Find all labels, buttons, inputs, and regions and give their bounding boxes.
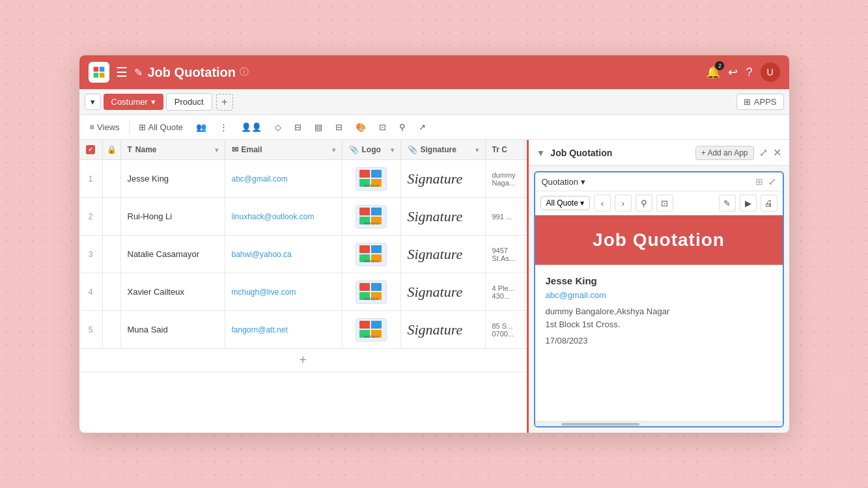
people-btn[interactable]: 👤👤 xyxy=(237,120,266,134)
next-button[interactable]: › xyxy=(615,195,632,211)
email-link-1[interactable]: abc@gmail.com xyxy=(232,174,288,183)
th-logo-chevron: ▾ xyxy=(391,146,394,154)
th-email-label: Email xyxy=(242,145,262,154)
all-quote-select[interactable]: All Quote ▾ xyxy=(540,196,590,210)
th-email[interactable]: ✉ Email ▾ xyxy=(225,140,343,159)
search-quotation-button[interactable]: ⚲ xyxy=(636,195,652,211)
quotation-dropdown-button[interactable]: Quotation ▾ xyxy=(542,177,585,187)
quotation-align-icon: ⊞ xyxy=(755,176,763,187)
td-name-5[interactable]: Muna Said xyxy=(121,311,225,348)
svg-rect-24 xyxy=(359,321,370,329)
lock-icon: 🔒 xyxy=(107,145,117,154)
td-extra-5: 85 S... 0700... xyxy=(486,311,525,348)
signature-img-5: Signature xyxy=(408,321,463,338)
info-icon[interactable]: ⓘ xyxy=(240,66,249,78)
email-link-2[interactable]: linuxhack@outlook.com xyxy=(232,212,315,221)
th-logo[interactable]: 📎 Logo ▾ xyxy=(343,140,401,159)
svg-rect-9 xyxy=(359,208,370,215)
avatar[interactable]: U xyxy=(761,62,780,82)
quotation-customer-email[interactable]: abc@gmail.com xyxy=(546,290,772,300)
add-app-button[interactable]: + Add an App xyxy=(695,146,754,160)
panel-close-icon[interactable]: ✕ xyxy=(773,146,781,159)
menu-btn[interactable]: ▤ xyxy=(311,120,326,134)
td-extra-1: dummy Naga... xyxy=(486,160,525,197)
th-checkbox[interactable]: ✓ xyxy=(79,140,103,159)
td-name-1[interactable]: Jesse King xyxy=(121,160,225,197)
adjust-btn[interactable]: ⊟ xyxy=(290,120,305,134)
filter-btn[interactable]: ⊟ xyxy=(331,120,346,134)
help-button[interactable]: ? xyxy=(746,66,752,79)
edit-quotation-button[interactable]: ✎ xyxy=(719,195,736,211)
td-signature-4: Signature xyxy=(401,273,486,310)
th-signature[interactable]: 📎 Signature ▾ xyxy=(401,140,486,159)
fullscreen-button[interactable]: ⊡ xyxy=(656,195,673,211)
header-checkbox[interactable]: ✓ xyxy=(86,145,95,154)
th-lock: 🔒 xyxy=(103,140,121,159)
prev-button[interactable]: ‹ xyxy=(594,195,611,211)
options-icon: ⋮ xyxy=(219,122,228,132)
views-button[interactable]: ≡ Views xyxy=(86,120,124,134)
expand-btn[interactable]: ⊡ xyxy=(375,120,390,134)
apps-button[interactable]: ⊞ APPS xyxy=(736,94,784,110)
td-extra-3: 9457 St.As... xyxy=(486,236,525,273)
tab-product[interactable]: Product xyxy=(166,93,212,111)
add-row-button[interactable]: + xyxy=(79,349,527,372)
options-btn[interactable]: ⋮ xyxy=(216,120,232,134)
edit-icon[interactable]: ✎ xyxy=(134,66,143,79)
quotation-app: Quotation ▾ ⊞ ⤢ All Quote ▾ ‹ › ⚲ ⊡ xyxy=(534,171,784,427)
panel-collapse-icon[interactable]: ▼ xyxy=(537,148,546,158)
signature-img-3: Signature xyxy=(408,246,463,263)
adjust-icon: ⊟ xyxy=(294,122,301,132)
th-signature-label: Signature xyxy=(421,145,456,154)
svg-rect-25 xyxy=(371,321,382,329)
print-button[interactable]: 🖨 xyxy=(761,195,777,211)
play-button[interactable]: ▶ xyxy=(740,195,757,211)
right-panel: ▼ Job Quotation + Add an App ⤢ ✕ Quotati… xyxy=(529,140,789,433)
td-lock-5 xyxy=(103,311,121,348)
tab-product-label: Product xyxy=(175,97,204,107)
email-link-5[interactable]: fangorn@att.net xyxy=(232,325,288,334)
td-email-5[interactable]: fangorn@att.net xyxy=(225,311,343,348)
email-link-3[interactable]: bahwi@yahoo.ca xyxy=(232,250,292,259)
quotation-address-line2: 1st Block 1st Cross. xyxy=(546,319,621,329)
diamond-btn[interactable]: ◇ xyxy=(271,120,285,134)
td-email-4[interactable]: mchugh@live.com xyxy=(225,273,343,310)
tab-add-button[interactable]: + xyxy=(216,94,233,111)
td-name-3[interactable]: Natalie Casamayor xyxy=(121,236,225,273)
th-name[interactable]: T Name ▾ xyxy=(121,140,225,159)
quotation-dropdown-label: Quotation xyxy=(542,177,578,187)
row-num-3: 3 xyxy=(79,236,103,273)
th-extra[interactable]: Tr C xyxy=(486,140,525,159)
tab-customer[interactable]: Costumer ▾ xyxy=(104,94,163,110)
hamburger-icon[interactable]: ☰ xyxy=(116,64,128,80)
td-name-2[interactable]: Rui-Hong Li xyxy=(121,198,225,235)
notification-button[interactable]: 🔔 2 xyxy=(706,65,720,79)
td-email-1[interactable]: abc@gmail.com xyxy=(225,160,343,197)
panel-expand-icon[interactable]: ⤢ xyxy=(759,146,768,159)
search-btn[interactable]: ⚲ xyxy=(395,120,410,134)
app-header: ☰ ✎ Job Quotation ⓘ 🔔 2 ↩ ? U xyxy=(79,55,789,89)
all-quote-select-chevron: ▾ xyxy=(580,198,584,208)
tab-dropdown-button[interactable]: ▾ xyxy=(85,94,101,110)
th-name-icon: T xyxy=(128,145,132,154)
share-btn[interactable]: ↗ xyxy=(415,120,430,134)
td-lock-2 xyxy=(103,198,121,235)
td-lock-1 xyxy=(103,160,121,197)
td-email-3[interactable]: bahwi@yahoo.ca xyxy=(225,236,343,273)
td-email-2[interactable]: linuxhack@outlook.com xyxy=(225,198,343,235)
svg-rect-4 xyxy=(359,170,370,178)
td-name-4[interactable]: Xavier Cailteux xyxy=(121,273,225,310)
quotation-scrollbar[interactable] xyxy=(561,423,639,426)
color-btn[interactable]: 🎨 xyxy=(352,120,370,134)
quotation-expand-icon[interactable]: ⤢ xyxy=(768,176,776,187)
signature-img-2: Signature xyxy=(408,208,463,225)
all-quote-button[interactable]: ⊞ All Quote xyxy=(135,120,187,134)
quotation-dropdown-icon: ▾ xyxy=(581,177,585,187)
undo-button[interactable]: ↩ xyxy=(728,65,738,79)
email-link-4[interactable]: mchugh@live.com xyxy=(232,288,296,297)
main-content: ✓ 🔒 T Name ▾ ✉ Email ▾ 📎 Logo xyxy=(79,140,789,433)
svg-rect-10 xyxy=(371,208,382,215)
app-logo[interactable] xyxy=(89,62,109,83)
header-actions: 🔔 2 ↩ ? U xyxy=(706,62,779,82)
users-icon-btn[interactable]: 👥 xyxy=(192,120,210,134)
